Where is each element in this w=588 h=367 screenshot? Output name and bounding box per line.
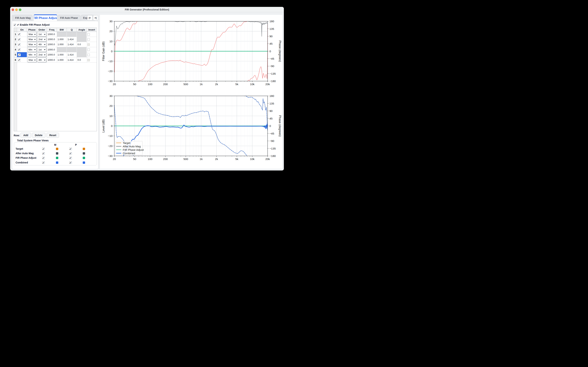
svg-text:0: 0 bbox=[269, 124, 271, 127]
svg-text:10k: 10k bbox=[250, 83, 255, 86]
svg-text:−10: −10 bbox=[108, 60, 112, 63]
svg-text:135: 135 bbox=[269, 27, 274, 30]
svg-text:−135: −135 bbox=[269, 147, 276, 150]
svg-text:20: 20 bbox=[109, 104, 112, 107]
svg-text:50: 50 bbox=[133, 158, 136, 160]
svg-text:−90: −90 bbox=[269, 65, 274, 68]
svg-text:Phase (degrees): Phase (degrees) bbox=[278, 41, 282, 62]
svg-text:200: 200 bbox=[163, 158, 168, 160]
svg-text:−180: −180 bbox=[269, 80, 276, 83]
svg-text:100: 100 bbox=[148, 158, 152, 160]
svg-text:−135: −135 bbox=[269, 72, 276, 75]
svg-text:−30: −30 bbox=[108, 154, 112, 158]
svg-text:90: 90 bbox=[269, 109, 273, 112]
svg-text:1k: 1k bbox=[200, 83, 203, 86]
svg-text:0: 0 bbox=[269, 50, 271, 53]
svg-text:0: 0 bbox=[111, 50, 112, 53]
svg-text:20k: 20k bbox=[265, 158, 270, 160]
svg-text:Level (dB): Level (dB) bbox=[102, 119, 105, 133]
svg-text:100: 100 bbox=[148, 83, 152, 86]
svg-text:20: 20 bbox=[109, 30, 112, 33]
svg-text:10: 10 bbox=[109, 114, 112, 117]
svg-text:FIR Phase Adjust: FIR Phase Adjust bbox=[123, 148, 144, 151]
svg-text:−45: −45 bbox=[269, 57, 274, 60]
svg-text:Target: Target bbox=[123, 141, 130, 144]
svg-text:20k: 20k bbox=[265, 83, 270, 86]
svg-text:180: 180 bbox=[269, 94, 274, 97]
svg-text:0: 0 bbox=[111, 124, 112, 127]
svg-text:500: 500 bbox=[183, 83, 188, 86]
svg-text:−180: −180 bbox=[269, 154, 276, 158]
svg-text:20: 20 bbox=[113, 83, 116, 86]
svg-text:1k: 1k bbox=[200, 158, 203, 160]
svg-text:200: 200 bbox=[163, 83, 168, 86]
svg-text:20: 20 bbox=[113, 158, 116, 160]
svg-text:135: 135 bbox=[269, 102, 274, 105]
svg-text:180: 180 bbox=[269, 20, 274, 23]
svg-text:Filter Gain (dB): Filter Gain (dB) bbox=[102, 42, 105, 61]
svg-text:−90: −90 bbox=[269, 139, 274, 142]
svg-text:45: 45 bbox=[269, 117, 272, 120]
svg-text:500: 500 bbox=[183, 158, 188, 160]
svg-text:−20: −20 bbox=[108, 144, 112, 148]
svg-text:After Auto Mag: After Auto Mag bbox=[123, 145, 141, 148]
svg-text:−30: −30 bbox=[108, 80, 112, 83]
svg-text:−10: −10 bbox=[108, 134, 112, 137]
svg-text:−20: −20 bbox=[108, 70, 112, 73]
svg-text:90: 90 bbox=[269, 35, 273, 38]
svg-text:2k: 2k bbox=[215, 83, 218, 86]
svg-text:30: 30 bbox=[109, 94, 112, 97]
svg-text:45: 45 bbox=[269, 42, 272, 45]
svg-text:5k: 5k bbox=[235, 83, 238, 86]
svg-text:−45: −45 bbox=[269, 132, 274, 135]
svg-text:10k: 10k bbox=[250, 158, 255, 160]
svg-text:5k: 5k bbox=[235, 158, 238, 160]
svg-text:Combined: Combined bbox=[123, 152, 135, 155]
svg-text:Phase (degrees): Phase (degrees) bbox=[278, 115, 282, 136]
svg-text:30: 30 bbox=[109, 20, 112, 23]
svg-text:10: 10 bbox=[109, 40, 112, 43]
svg-text:2k: 2k bbox=[215, 158, 218, 160]
svg-text:50: 50 bbox=[133, 83, 136, 86]
